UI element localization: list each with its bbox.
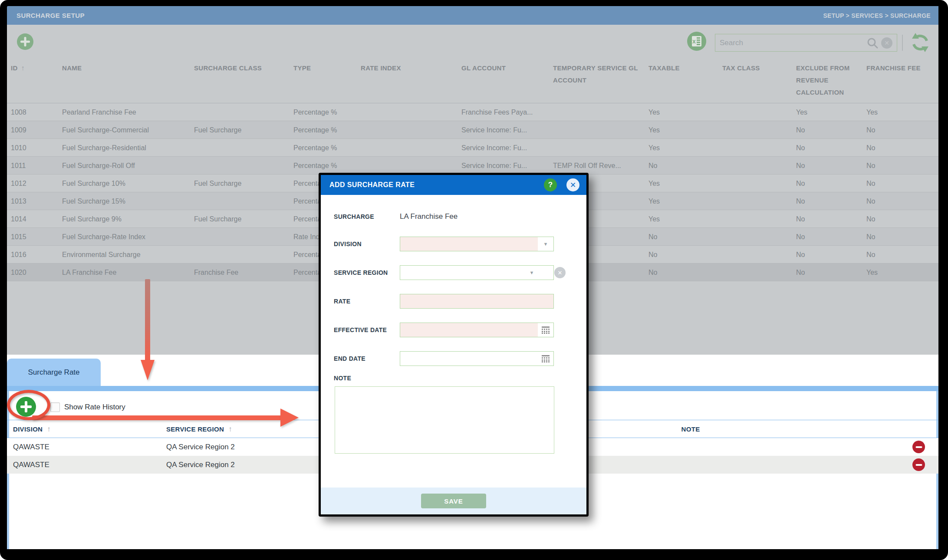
cell-franchise: No	[866, 175, 936, 192]
cell-taxable: Yes	[648, 121, 718, 139]
search-input[interactable]	[715, 39, 866, 47]
chevron-down-icon[interactable]: ▼	[524, 266, 540, 280]
column-header-temporary-service-gl-account[interactable]: TEMPORARY SERVICE GL ACCOUNT	[553, 62, 640, 86]
cell-exclude: No	[796, 175, 861, 192]
annotation-arrow-down-head	[141, 360, 155, 380]
cell-name: Fuel Surcharge-Roll Off	[62, 157, 192, 175]
clear-selection-icon[interactable]: ✕	[554, 267, 566, 278]
cell-gl-account: Franchise Fees Paya...	[461, 103, 550, 121]
remove-row-icon[interactable]	[912, 441, 925, 453]
cell-exclude: Yes	[796, 103, 861, 121]
cell-exclude: No	[796, 264, 861, 281]
cell-surcharge-class: Fuel Surcharge	[194, 210, 290, 228]
division-value	[400, 237, 538, 251]
column-header-gl-account[interactable]: GL ACCOUNT	[461, 62, 550, 74]
service-region-select[interactable]: ▼ ✕	[400, 265, 554, 280]
cell-tax-class	[722, 103, 792, 121]
column-header-exclude-from-revenue-calculation[interactable]: EXCLUDE FROM REVENUE CALCULATION	[796, 62, 861, 99]
column-header-taxable[interactable]: TAXABLE	[648, 62, 718, 74]
surcharge-value: LA Franchise Fee	[400, 212, 458, 221]
division-select[interactable]: ▼	[400, 237, 554, 251]
help-icon[interactable]: ?	[544, 178, 557, 191]
sort-asc-icon: ↑	[21, 64, 25, 72]
table-row[interactable]: 1011Fuel Surcharge-Roll OffPercentage %S…	[7, 157, 938, 175]
field-row-effective-date: EFFECTIVE DATE	[334, 323, 573, 337]
search-clear-icon[interactable]: ✕	[881, 37, 892, 49]
cell-surcharge-class	[194, 192, 290, 210]
close-icon[interactable]: ✕	[566, 178, 579, 191]
cell-surcharge-class: Fuel Surcharge	[194, 175, 290, 192]
cell-id: 1016	[11, 246, 54, 264]
screenshot-stage: SURCHARGE SETUP SETUP > SERVICES > SURCH…	[0, 0, 948, 560]
cell-service-region: QA Service Region 2	[166, 438, 340, 456]
cell-franchise: No	[866, 192, 936, 210]
dialog-footer: SAVE	[321, 488, 586, 514]
cell-id: 1020	[11, 264, 54, 281]
cell-surcharge-class	[194, 103, 290, 121]
cell-taxable: No	[648, 157, 718, 175]
search-icon[interactable]	[866, 37, 879, 49]
cell-surcharge-class: Franchise Fee	[194, 264, 290, 281]
calendar-icon[interactable]	[538, 323, 553, 337]
cell-exclude: No	[796, 139, 861, 157]
chevron-down-icon[interactable]: ▼	[538, 237, 553, 251]
cell-division: QAWASTE	[13, 438, 143, 456]
cell-tax-class	[722, 264, 792, 281]
note-textarea[interactable]	[335, 386, 554, 454]
breadcrumb[interactable]: SETUP > SERVICES > SURCHARGE	[823, 12, 931, 19]
cell-tax-class	[722, 121, 792, 139]
refresh-icon[interactable]	[910, 32, 931, 53]
cell-taxable: Yes	[648, 139, 718, 157]
effective-date-input[interactable]	[400, 323, 554, 337]
cell-taxable: No	[648, 228, 718, 246]
column-header-rate-index[interactable]: RATE INDEX	[361, 62, 443, 74]
table-row[interactable]: 1009Fuel Surcharge-CommercialFuel Surcha…	[7, 121, 938, 139]
show-rate-history-checkbox[interactable]	[50, 402, 60, 412]
cell-name: Pearland Franchise Fee	[62, 103, 192, 121]
export-excel-icon[interactable]: x	[687, 32, 706, 51]
table-row[interactable]: 1010Fuel Surcharge-ResidentialPercentage…	[7, 139, 938, 157]
cell-type: Percentage %	[293, 121, 359, 139]
service-region-value	[400, 266, 524, 280]
calendar-icon[interactable]	[538, 352, 553, 366]
end-date-input[interactable]	[400, 351, 554, 366]
rate-input[interactable]	[400, 294, 554, 309]
cell-name: Fuel Surcharge-Rate Index	[62, 228, 192, 246]
column-header-surcharge-class[interactable]: SURCHARGE CLASS	[194, 62, 290, 74]
column-header-id[interactable]: ID↑	[11, 62, 54, 74]
cell-id: 1012	[11, 175, 54, 192]
search-field: ✕	[715, 34, 897, 52]
effective-date-label: EFFECTIVE DATE	[334, 326, 400, 333]
cell-taxable: Yes	[648, 192, 718, 210]
add-surcharge-rate-dialog: ADD SURCHARGE RATE ? ✕ SURCHARGE LA Fran…	[319, 173, 589, 517]
column-header-service-region[interactable]: SERVICE REGION↑	[166, 420, 340, 438]
cell-exclude: No	[796, 228, 861, 246]
cell-franchise: Yes	[866, 264, 936, 281]
column-header-franchise-fee[interactable]: FRANCHISE FEE	[866, 62, 936, 74]
tab-surcharge-rate[interactable]: Surcharge Rate	[7, 359, 101, 386]
effective-date-value	[400, 323, 538, 337]
annotation-circle	[7, 390, 50, 420]
column-header-tax-class[interactable]: TAX CLASS	[722, 62, 792, 74]
cell-franchise: No	[866, 246, 936, 264]
cell-rate-index	[361, 103, 443, 121]
cell-tax-class	[722, 246, 792, 264]
column-header-name[interactable]: NAME	[62, 62, 192, 74]
cell-name: Environmental Surcharge	[62, 246, 192, 264]
cell-tax-class	[722, 228, 792, 246]
column-header-division[interactable]: DIVISION↑	[13, 420, 143, 438]
page-title: SURCHARGE SETUP	[16, 12, 85, 19]
remove-row-icon[interactable]	[912, 458, 925, 471]
cell-id: 1008	[11, 103, 54, 121]
annotation-arrow-right-head	[280, 408, 299, 427]
table-row[interactable]: 1008Pearland Franchise FeePercentage %Fr…	[7, 103, 938, 121]
cell-exclude: No	[796, 157, 861, 175]
cell-exclude: No	[796, 192, 861, 210]
cell-temp-gl	[553, 103, 640, 121]
add-surcharge-button[interactable]	[17, 33, 33, 50]
column-header-note[interactable]: NOTE	[628, 420, 754, 438]
save-button[interactable]: SAVE	[421, 494, 486, 508]
cell-surcharge-class	[194, 228, 290, 246]
cell-note	[628, 438, 754, 456]
column-header-type[interactable]: TYPE	[293, 62, 359, 74]
